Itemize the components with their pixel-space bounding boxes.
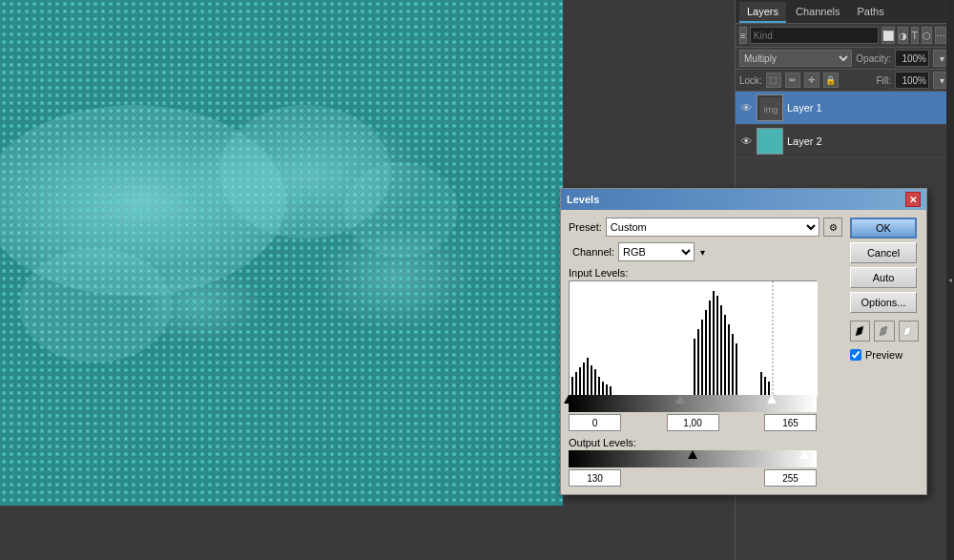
input-white-value[interactable] xyxy=(764,414,817,431)
layer-1-visibility[interactable]: 👁 xyxy=(739,102,753,114)
dialog-title: Levels xyxy=(567,194,599,205)
svg-rect-15 xyxy=(587,358,589,396)
output-white-value[interactable] xyxy=(764,469,817,487)
preset-options-btn[interactable]: ⚙ xyxy=(823,218,842,237)
layer-item-1[interactable]: 👁 img Layer 1 xyxy=(736,92,954,125)
preview-label: Preview xyxy=(865,349,902,361)
channel-row: Channel: RGB Red Green Blue ▾ xyxy=(569,242,842,261)
preset-select[interactable]: Custom Default xyxy=(606,218,819,237)
output-black-slider[interactable] xyxy=(688,450,697,459)
svg-rect-22 xyxy=(694,339,695,396)
canvas-content xyxy=(0,0,563,506)
blend-mode-select[interactable]: Multiply Normal Screen xyxy=(739,50,852,67)
layer-2-thumb-img xyxy=(757,129,783,155)
svg-rect-16 xyxy=(591,365,592,396)
filter-smart-btn[interactable]: ⋯ xyxy=(935,27,946,44)
lock-paint-btn[interactable]: ✏ xyxy=(785,73,800,88)
svg-rect-14 xyxy=(583,363,585,396)
svg-rect-11 xyxy=(571,377,573,396)
preview-checkbox[interactable] xyxy=(850,349,861,361)
preset-row: Preset: Custom Default ⚙ xyxy=(569,218,842,237)
layer-2-thumbnail xyxy=(757,128,783,155)
histogram-container xyxy=(569,280,817,395)
svg-rect-33 xyxy=(736,343,737,396)
svg-rect-26 xyxy=(709,301,711,396)
svg-rect-12 xyxy=(575,372,577,396)
svg-rect-13 xyxy=(579,367,581,396)
dialog-body: Preset: Custom Default ⚙ Channel: RGB Re… xyxy=(561,210,926,494)
filter-adj-btn[interactable]: ◑ xyxy=(898,27,908,44)
eyedropper-row xyxy=(850,321,919,342)
input-black-value[interactable] xyxy=(569,414,621,431)
svg-rect-18 xyxy=(598,377,600,396)
layer-2-name: Layer 2 xyxy=(787,135,822,147)
gray-eyedropper-btn[interactable] xyxy=(874,321,894,342)
svg-rect-19 xyxy=(602,382,604,396)
panel-collapse-icon[interactable]: ◂ xyxy=(946,0,954,560)
filter-type-btn[interactable]: T xyxy=(911,27,919,44)
tab-layers[interactable]: Layers xyxy=(739,2,786,23)
input-mid-value[interactable] xyxy=(667,414,719,431)
svg-marker-39 xyxy=(880,326,887,336)
dialog-titlebar: Levels ✕ xyxy=(561,189,926,210)
input-black-slider[interactable] xyxy=(564,395,573,404)
input-mid-slider[interactable] xyxy=(675,395,685,404)
output-levels-label: Output Levels: xyxy=(569,437,842,448)
dialog-left-panel: Preset: Custom Default ⚙ Channel: RGB Re… xyxy=(569,218,842,487)
filter-kind-btn[interactable]: ≡ xyxy=(739,27,747,44)
preview-row: Preview xyxy=(850,349,919,361)
svg-rect-29 xyxy=(720,305,722,396)
layer-1-thumb-img: img xyxy=(757,95,783,121)
svg-rect-23 xyxy=(697,329,699,396)
lock-all-btn[interactable]: 🔒 xyxy=(823,73,839,88)
panel-tabs: Layers Channels Paths xyxy=(736,0,954,24)
auto-button[interactable]: Auto xyxy=(850,267,917,288)
layer-1-name: Layer 1 xyxy=(787,102,822,114)
white-eyedropper-btn[interactable] xyxy=(899,321,919,342)
filter-shape-btn[interactable]: ⬡ xyxy=(922,27,932,44)
layer-item-2[interactable]: 👁 Layer 2 xyxy=(736,125,954,158)
input-white-slider[interactable] xyxy=(767,395,777,404)
svg-rect-24 xyxy=(701,320,703,396)
svg-rect-35 xyxy=(764,377,766,396)
svg-point-4 xyxy=(343,162,458,258)
lock-move-btn[interactable]: ✛ xyxy=(804,73,819,88)
black-eyedropper-btn[interactable] xyxy=(850,321,870,342)
output-slider-track xyxy=(569,450,817,467)
svg-rect-9 xyxy=(757,129,783,155)
ok-button[interactable]: OK xyxy=(850,218,917,239)
black-eyedropper-icon xyxy=(854,324,867,338)
lock-transparency-btn[interactable]: ⬚ xyxy=(766,73,781,88)
svg-text:img: img xyxy=(764,105,778,114)
dialog-close-button[interactable]: ✕ xyxy=(905,192,921,207)
fill-label: Fill: xyxy=(876,75,891,86)
options-button[interactable]: Options... xyxy=(850,292,917,313)
layer-1-thumbnail: img xyxy=(757,94,783,121)
opacity-input[interactable] xyxy=(895,50,929,67)
svg-rect-34 xyxy=(760,372,762,396)
dialog-right-panel: OK Cancel Auto Options... xyxy=(850,218,919,487)
output-white-slider[interactable] xyxy=(799,450,809,459)
histogram-svg xyxy=(570,281,818,396)
svg-rect-30 xyxy=(724,315,726,396)
tab-paths[interactable]: Paths xyxy=(850,2,892,23)
tab-channels[interactable]: Channels xyxy=(788,2,847,23)
layer-2-visibility[interactable]: 👁 xyxy=(739,135,753,147)
svg-rect-31 xyxy=(728,324,730,396)
lock-row: Lock: ⬚ ✏ ✛ 🔒 Fill: ▾ xyxy=(736,70,954,92)
fill-input[interactable] xyxy=(895,72,929,89)
output-black-value[interactable] xyxy=(569,469,621,487)
svg-point-5 xyxy=(19,248,172,363)
svg-rect-17 xyxy=(594,369,596,396)
channel-select[interactable]: RGB Red Green Blue xyxy=(618,242,695,261)
filter-pixel-btn[interactable]: ⬜ xyxy=(881,27,895,44)
svg-marker-38 xyxy=(856,326,863,336)
cancel-button[interactable]: Cancel xyxy=(850,242,917,263)
svg-rect-36 xyxy=(768,382,770,396)
input-slider-track xyxy=(569,395,817,412)
svg-rect-28 xyxy=(716,296,718,396)
preset-label: Preset: xyxy=(569,221,602,233)
blend-opacity-row: Multiply Normal Screen Opacity: ▾ xyxy=(736,48,954,70)
kind-input[interactable] xyxy=(750,27,879,44)
gray-eyedropper-icon xyxy=(878,324,891,338)
